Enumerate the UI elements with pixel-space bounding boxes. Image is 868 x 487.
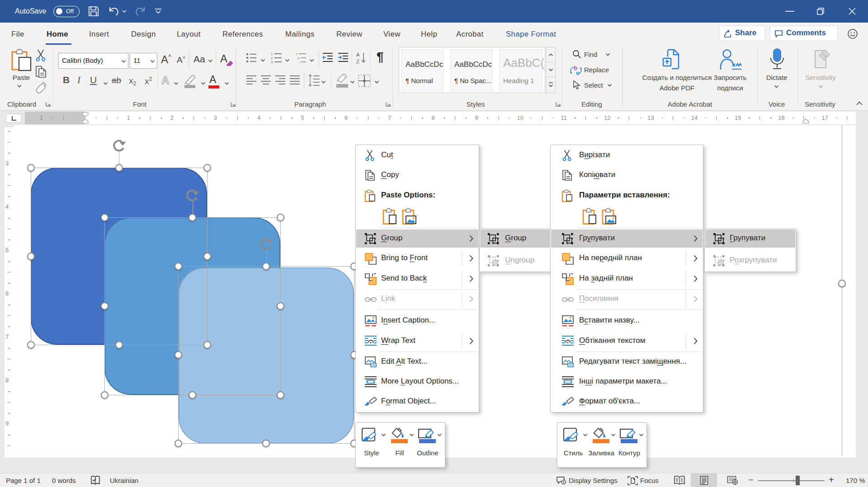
svg-text:2: 2 — [271, 56, 273, 60]
svg-text:i: i — [299, 60, 300, 64]
svg-text:1: 1 — [271, 52, 273, 56]
svg-text:Z: Z — [356, 59, 359, 64]
svg-text:A: A — [356, 52, 360, 57]
svg-text:a: a — [297, 56, 300, 60]
svg-text:1: 1 — [296, 52, 298, 56]
svg-text:c: c — [576, 70, 579, 76]
svg-text:3: 3 — [271, 60, 273, 64]
